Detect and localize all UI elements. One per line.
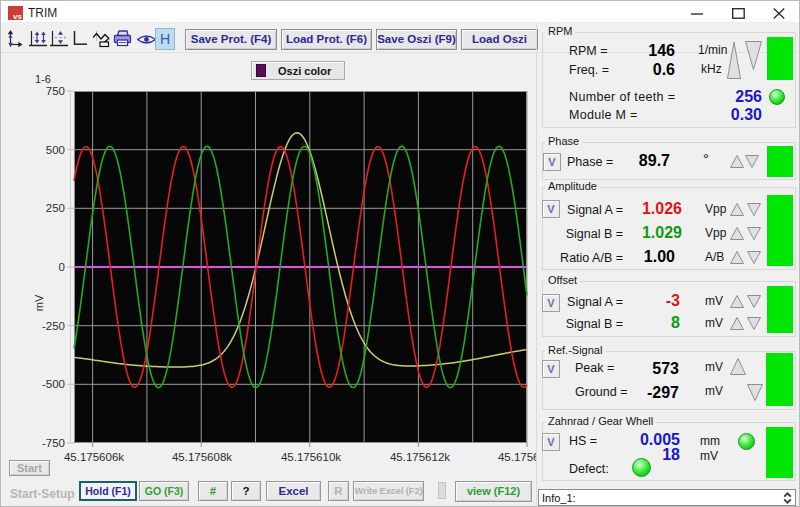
svg-text:vs: vs: [13, 12, 22, 20]
